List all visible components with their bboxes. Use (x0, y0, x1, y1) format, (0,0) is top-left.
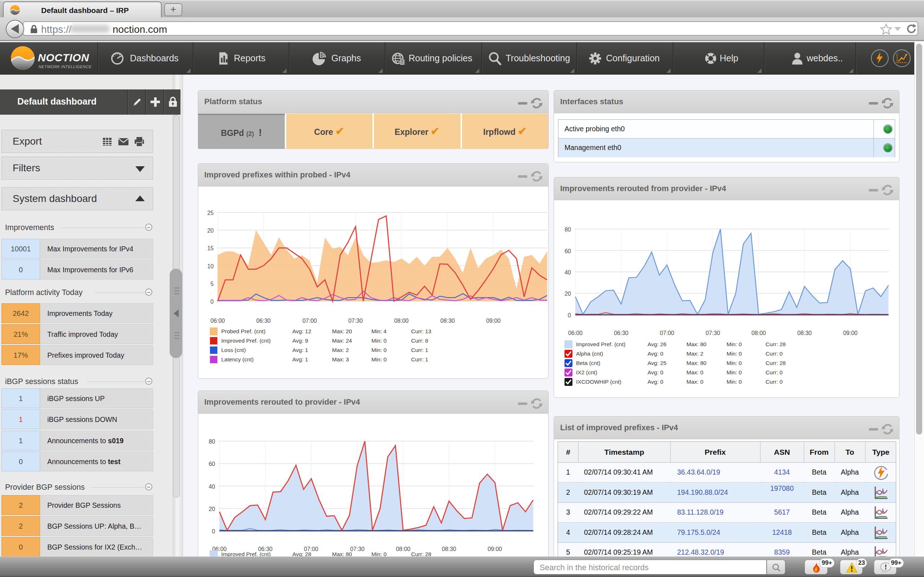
svg-text:80: 80 (564, 226, 571, 233)
svg-text:06:30: 06:30 (614, 330, 628, 336)
svg-text:06:00: 06:00 (568, 330, 583, 336)
svg-text:60: 60 (564, 248, 571, 254)
svg-text:08:00: 08:00 (751, 330, 766, 336)
svg-text:09:00: 09:00 (843, 330, 858, 336)
svg-text:0: 0 (568, 312, 571, 318)
svg-text:07:30: 07:30 (706, 330, 720, 336)
svg-text:08:30: 08:30 (797, 330, 812, 336)
svg-text:07:00: 07:00 (660, 330, 674, 336)
svg-text:40: 40 (564, 269, 571, 276)
svg-text:20: 20 (564, 291, 571, 297)
